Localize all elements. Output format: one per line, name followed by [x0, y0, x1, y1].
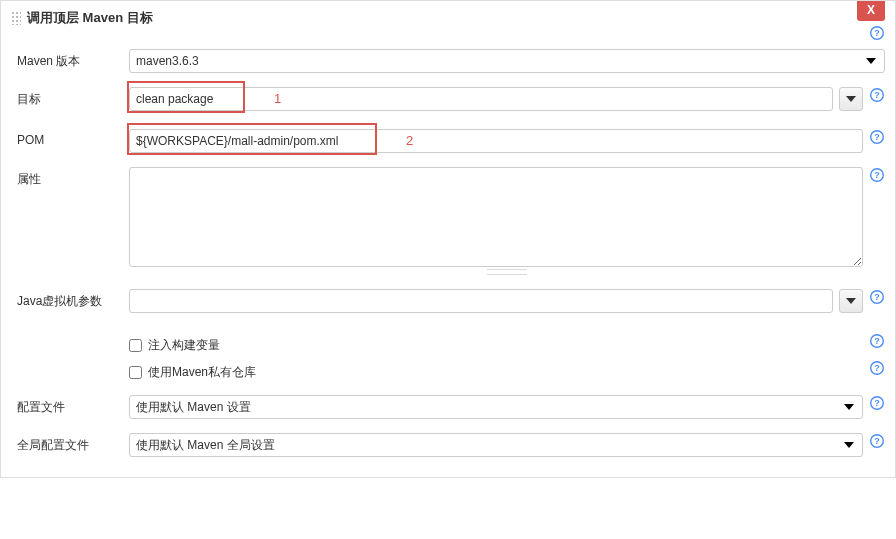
- svg-text:?: ?: [874, 28, 880, 38]
- help-icon[interactable]: ?: [869, 129, 885, 145]
- label-properties: 属性: [11, 167, 129, 188]
- goals-advanced-toggle[interactable]: [839, 87, 863, 111]
- chevron-down-icon: [846, 298, 856, 304]
- help-icon[interactable]: ?: [869, 433, 885, 449]
- label-settings: 配置文件: [11, 395, 129, 416]
- select-settings[interactable]: 使用默认 Maven 设置: [129, 395, 863, 419]
- label-jvm-options: Java虚拟机参数: [11, 289, 129, 310]
- row-properties: 属性 ?: [11, 167, 885, 275]
- help-icon[interactable]: ?: [869, 360, 885, 376]
- panel-header: 调用顶层 Maven 目标: [11, 1, 885, 35]
- jvm-advanced-toggle[interactable]: [839, 289, 863, 313]
- checkbox-inject-vars-label: 注入构建变量: [148, 337, 220, 354]
- svg-text:?: ?: [874, 90, 880, 100]
- svg-text:?: ?: [874, 292, 880, 302]
- input-jvm-options[interactable]: [129, 289, 833, 313]
- close-button[interactable]: X: [857, 1, 885, 21]
- label-goals: 目标: [11, 87, 129, 108]
- label-global-settings: 全局配置文件: [11, 433, 129, 454]
- drag-handle-icon[interactable]: [11, 11, 21, 25]
- input-pom[interactable]: [129, 129, 863, 153]
- svg-marker-9: [846, 298, 856, 304]
- row-goals: 目标 ? 1: [11, 87, 885, 111]
- help-icon[interactable]: ?: [869, 167, 885, 183]
- row-checkboxes: 注入构建变量 ? 使用Maven私有仓库 ?: [11, 327, 885, 381]
- checkbox-inject-vars[interactable]: [129, 339, 142, 352]
- help-icon[interactable]: ?: [869, 395, 885, 411]
- select-global-settings[interactable]: 使用默认 Maven 全局设置: [129, 433, 863, 457]
- chevron-down-icon: [846, 96, 856, 102]
- svg-text:?: ?: [874, 436, 880, 446]
- label-empty: [11, 327, 129, 331]
- svg-text:?: ?: [874, 336, 880, 346]
- help-icon[interactable]: ?: [869, 289, 885, 305]
- svg-text:?: ?: [874, 363, 880, 373]
- textarea-properties[interactable]: [129, 167, 863, 267]
- svg-marker-2: [846, 96, 856, 102]
- row-settings: 配置文件 使用默认 Maven 设置 ?: [11, 395, 885, 419]
- checkbox-private-repo-wrapper[interactable]: 使用Maven私有仓库: [129, 364, 256, 381]
- maven-goals-panel: 调用顶层 Maven 目标 X ? Maven 版本 maven3.6.3 目标…: [0, 0, 896, 478]
- input-goals[interactable]: [129, 87, 833, 111]
- select-maven-version[interactable]: maven3.6.3: [129, 49, 885, 73]
- help-icon[interactable]: ?: [869, 87, 885, 103]
- help-icon[interactable]: ?: [869, 25, 885, 41]
- label-maven-version: Maven 版本: [11, 49, 129, 70]
- row-global-settings: 全局配置文件 使用默认 Maven 全局设置 ?: [11, 433, 885, 457]
- label-pom: POM: [11, 129, 129, 147]
- svg-text:?: ?: [874, 398, 880, 408]
- row-maven-version: Maven 版本 maven3.6.3: [11, 49, 885, 73]
- checkbox-private-repo-label: 使用Maven私有仓库: [148, 364, 256, 381]
- checkbox-inject-vars-wrapper[interactable]: 注入构建变量: [129, 337, 220, 354]
- row-pom: POM ? 2: [11, 129, 885, 153]
- checkbox-private-repo[interactable]: [129, 366, 142, 379]
- help-icon[interactable]: ?: [869, 333, 885, 349]
- row-jvm-options: Java虚拟机参数 ?: [11, 289, 885, 313]
- close-icon: X: [867, 3, 875, 17]
- resize-grip-icon[interactable]: [487, 269, 527, 275]
- svg-text:?: ?: [874, 132, 880, 142]
- svg-text:?: ?: [874, 170, 880, 180]
- panel-title: 调用顶层 Maven 目标: [27, 9, 153, 27]
